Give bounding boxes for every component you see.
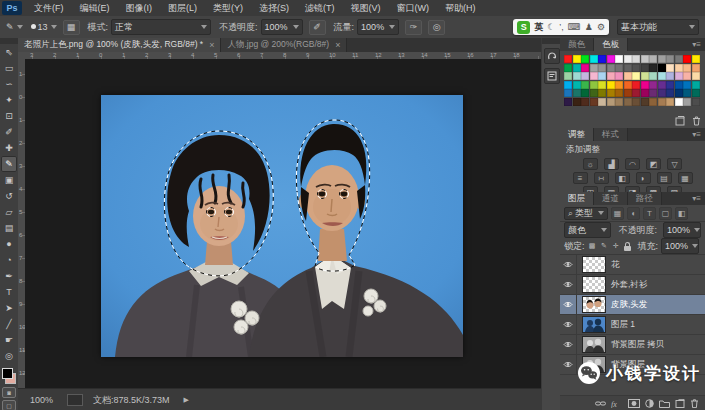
path-selection-tool[interactable]: ➤	[1, 300, 17, 316]
blur-tool[interactable]: ●	[1, 236, 17, 252]
color-swatch[interactable]	[692, 81, 700, 89]
color-swatch[interactable]	[573, 64, 581, 72]
color-swatch[interactable]	[590, 64, 598, 72]
color-swatch[interactable]	[658, 81, 666, 89]
color-swatch[interactable]	[615, 55, 623, 63]
new-layer-button[interactable]	[675, 399, 685, 408]
color-swatch[interactable]	[641, 81, 649, 89]
color-swatch[interactable]	[607, 64, 615, 72]
color-swatch[interactable]	[649, 55, 657, 63]
lock-position-icon[interactable]: ✛	[612, 242, 621, 251]
color-swatch[interactable]	[658, 55, 666, 63]
layer-row[interactable]: 外套,衬衫	[560, 275, 705, 295]
history-panel-icon[interactable]	[544, 48, 560, 64]
color-swatch[interactable]	[666, 72, 674, 80]
filter-pixel-layers-icon[interactable]: ▦	[611, 207, 624, 220]
color-swatch[interactable]	[590, 55, 598, 63]
move-tool[interactable]: ⇖	[1, 44, 17, 60]
brush-size-button[interactable]: 13	[29, 22, 57, 32]
filter-shape-layers-icon[interactable]: ▢	[659, 207, 672, 220]
history-brush-tool[interactable]: ↺	[1, 188, 17, 204]
channel-mixer-icon[interactable]: ▤	[657, 172, 672, 184]
color-swatch[interactable]	[615, 98, 623, 106]
color-swatch[interactable]	[692, 72, 700, 80]
menu-item[interactable]: 选择(S)	[251, 1, 297, 16]
color-swatch[interactable]	[632, 64, 640, 72]
color-swatch[interactable]	[632, 55, 640, 63]
color-swatch[interactable]	[615, 89, 623, 97]
color-swatch[interactable]	[641, 72, 649, 80]
color-swatch[interactable]	[666, 55, 674, 63]
color-swatch[interactable]	[692, 55, 700, 63]
menu-item[interactable]: 编辑(E)	[72, 1, 118, 16]
visibility-eye-icon[interactable]	[560, 355, 577, 374]
gradient-tool[interactable]: ▤	[1, 220, 17, 236]
panel-menu-icon[interactable]: ▾≡	[692, 38, 705, 51]
brightness-contrast-icon[interactable]: ☼	[583, 158, 598, 170]
color-swatch[interactable]	[564, 72, 572, 80]
color-swatch[interactable]	[649, 89, 657, 97]
lock-transparency-icon[interactable]: ▩	[588, 242, 597, 251]
tab-layers[interactable]: 图层	[560, 192, 594, 205]
curves-icon[interactable]: ◠	[625, 158, 640, 170]
menu-item[interactable]: 窗口(W)	[389, 1, 438, 16]
flow-select[interactable]: 100%	[357, 19, 399, 35]
quick-selection-tool[interactable]: ✦	[1, 92, 17, 108]
moon-icon[interactable]: ☾	[547, 22, 555, 32]
color-swatch[interactable]	[683, 98, 691, 106]
color-swatch[interactable]	[624, 89, 632, 97]
clone-stamp-tool[interactable]: ▣	[1, 172, 17, 188]
color-swatch[interactable]	[641, 55, 649, 63]
color-swatch[interactable]	[581, 81, 589, 89]
color-swatch[interactable]	[675, 55, 683, 63]
color-swatch[interactable]	[692, 64, 700, 72]
color-swatch[interactable]	[666, 98, 674, 106]
layer-opacity-select[interactable]: 100%	[663, 222, 701, 238]
foreground-color-chip[interactable]	[2, 368, 13, 379]
mic-icon[interactable]: ♟	[585, 22, 593, 32]
pressure-opacity-icon[interactable]: ✐	[309, 20, 326, 35]
color-swatch[interactable]	[615, 81, 623, 89]
type-tool[interactable]: T	[1, 284, 17, 300]
panel-menu-icon[interactable]: ▾≡	[692, 192, 705, 205]
screen-mode-button[interactable]: ▢	[2, 400, 16, 410]
lock-pixels-icon[interactable]: ✎	[600, 242, 609, 251]
ime-toolbar[interactable]: S 英 ☾ ’, ⌨ ♟ ⚙	[513, 19, 609, 35]
color-swatch[interactable]	[658, 64, 666, 72]
color-swatch[interactable]	[666, 89, 674, 97]
layer-row[interactable]: 图层 1	[560, 315, 705, 335]
layer-thumbnail[interactable]	[582, 296, 606, 313]
quick-mask-button[interactable]: ◙	[2, 387, 16, 398]
lock-all-icon[interactable]	[624, 246, 631, 251]
lasso-tool[interactable]: ∽	[1, 76, 17, 92]
workspace-select[interactable]: 基本功能	[617, 19, 699, 35]
punctuation-icon[interactable]: ’,	[559, 22, 564, 32]
brush-tool[interactable]: ✎	[1, 156, 17, 172]
color-swatch[interactable]	[615, 72, 623, 80]
keyboard-icon[interactable]: ⌨	[568, 22, 581, 32]
color-swatch[interactable]	[649, 72, 657, 80]
color-swatch[interactable]	[598, 98, 606, 106]
foreground-background-colors[interactable]	[1, 367, 17, 385]
color-swatch[interactable]	[683, 55, 691, 63]
color-swatch[interactable]	[675, 81, 683, 89]
menu-item[interactable]: 文件(F)	[26, 1, 72, 16]
properties-panel-icon[interactable]	[544, 68, 560, 84]
pen-tool[interactable]: ✒	[1, 268, 17, 284]
dock-header[interactable]	[542, 38, 561, 44]
menu-item[interactable]: 图像(I)	[118, 1, 161, 16]
color-swatch[interactable]	[632, 72, 640, 80]
layer-filter-type-select[interactable]: ⌕ 类型	[564, 207, 608, 220]
color-swatch[interactable]	[675, 98, 683, 106]
color-swatch[interactable]	[564, 98, 572, 106]
color-swatch[interactable]	[615, 64, 623, 72]
menu-item[interactable]: 视图(V)	[343, 1, 389, 16]
visibility-eye-icon[interactable]	[560, 335, 577, 354]
color-balance-icon[interactable]: ∺	[594, 172, 609, 184]
color-swatch[interactable]	[581, 64, 589, 72]
color-swatch[interactable]	[590, 98, 598, 106]
color-swatch[interactable]	[683, 72, 691, 80]
shape-tool[interactable]: ╱	[1, 316, 17, 332]
dodge-tool[interactable]: ◔	[1, 252, 17, 268]
zoom-tool[interactable]: ◎	[1, 348, 17, 364]
